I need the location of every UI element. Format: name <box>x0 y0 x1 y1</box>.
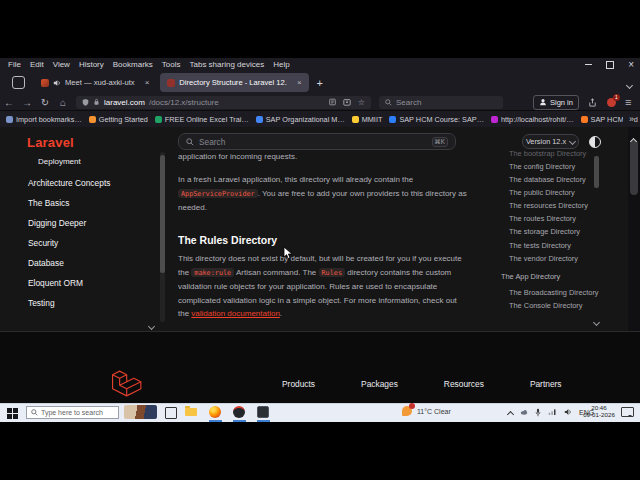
firefox-view-icon[interactable] <box>12 76 25 89</box>
restore-icon[interactable] <box>606 61 614 69</box>
sidebar-section[interactable]: Security <box>28 233 158 253</box>
firefox-icon[interactable] <box>209 406 221 418</box>
url-bar[interactable]: laravel.com/docs/12.x/structure ☆ <box>76 96 371 109</box>
footer-link[interactable]: Packages <box>361 379 398 389</box>
footer-link[interactable]: Partners <box>530 379 562 389</box>
save-to-pocket-icon[interactable] <box>343 98 351 106</box>
forward-button[interactable]: → <box>18 97 36 108</box>
sidebar-item-deployment[interactable]: Deployment <box>38 157 81 166</box>
search-field[interactable]: Search <box>379 96 503 109</box>
theme-toggle-icon[interactable] <box>589 136 601 148</box>
volume-icon[interactable] <box>564 408 572 416</box>
taskbar-search-input[interactable]: Type here to search <box>26 406 119 419</box>
version-dropdown[interactable]: Version 12.x <box>522 134 579 149</box>
toc-item[interactable]: The config Directory <box>509 160 619 173</box>
bookmarks-overflow-icon[interactable]: » <box>623 111 634 127</box>
reload-button[interactable]: ↻ <box>36 97 54 108</box>
share-icon[interactable] <box>588 98 597 107</box>
search-icon <box>385 99 392 106</box>
microphone-icon[interactable] <box>535 408 541 417</box>
list-all-tabs-icon[interactable] <box>627 74 632 92</box>
back-button[interactable]: ← <box>0 97 18 108</box>
scroll-up-icon[interactable] <box>631 130 636 148</box>
sidebar-section[interactable]: Digging Deeper <box>28 213 158 233</box>
bookmark-item[interactable]: MMIIT <box>352 115 383 124</box>
menu-item[interactable]: Tabs sharing devices <box>189 60 264 69</box>
sidebar-scrollbar-thumb[interactable] <box>160 155 165 273</box>
sidebar-section[interactable]: Database <box>28 253 158 273</box>
extension-icon[interactable]: 1 <box>607 98 616 107</box>
menu-item[interactable]: Edit <box>30 60 44 69</box>
menu-item[interactable]: History <box>79 60 104 69</box>
docs-search-input[interactable]: Search ⌘K <box>178 133 456 150</box>
start-button-icon[interactable] <box>7 408 18 419</box>
bookmark-item[interactable]: SAP Organizational M… <box>256 115 345 124</box>
toc-item[interactable]: The public Directory <box>509 186 619 199</box>
bookmark-star-icon[interactable]: ☆ <box>358 98 365 107</box>
tab-title[interactable]: Meet — xud-axki-utx <box>65 78 135 87</box>
weather-text[interactable]: 11°C Clear <box>417 408 451 415</box>
footer-link[interactable]: Products <box>282 379 315 389</box>
tab-audio-icon[interactable] <box>53 79 61 87</box>
pinned-app-icon[interactable] <box>257 406 269 418</box>
menu-item[interactable]: Help <box>273 60 289 69</box>
news-interests-icon[interactable] <box>124 405 157 419</box>
tab-close-icon[interactable]: × <box>145 78 150 87</box>
weather-icon[interactable] <box>402 406 412 416</box>
toc-scrollbar-thumb[interactable] <box>594 156 599 188</box>
close-icon[interactable]: × <box>628 60 634 70</box>
bookmark-item[interactable]: Getting Started <box>89 115 148 124</box>
minimize-icon[interactable] <box>585 64 592 65</box>
laravel-favicon <box>167 79 175 87</box>
bookmark-item[interactable]: Import bookmarks… <box>6 115 82 124</box>
file-explorer-icon[interactable] <box>185 408 197 416</box>
toc-section-header[interactable]: The App Directory <box>501 272 560 281</box>
sidebar-section[interactable]: Eloquent ORM <box>28 273 158 293</box>
hidden-icons-chevron-icon[interactable] <box>508 403 513 421</box>
home-button[interactable]: ⌂ <box>54 97 72 108</box>
onedrive-icon[interactable] <box>520 408 528 416</box>
tab-close-icon[interactable]: × <box>297 78 302 87</box>
toc-item[interactable]: The resources Directory <box>509 199 619 212</box>
shield-icon[interactable] <box>82 98 89 107</box>
sidebar-section[interactable]: The Basics <box>28 193 158 213</box>
sign-in-label: Sign in <box>550 98 573 107</box>
menu-item[interactable]: Tools <box>162 60 181 69</box>
action-center-icon[interactable] <box>621 407 634 417</box>
laravel-logo[interactable] <box>103 369 149 398</box>
toc-item[interactable]: The routes Directory <box>509 212 619 225</box>
toc-item[interactable]: The Console Directory <box>509 299 624 312</box>
toc-item[interactable]: The vendor Directory <box>509 252 619 265</box>
sidebar-section[interactable]: Testing <box>28 293 158 313</box>
menu-item[interactable]: View <box>53 60 70 69</box>
toc-item[interactable]: The tests Directory <box>509 239 619 252</box>
hamburger-menu-icon[interactable]: ≡ <box>625 96 631 108</box>
menu-item[interactable]: Bookmarks <box>113 60 153 69</box>
pinned-app-icon[interactable] <box>233 406 245 418</box>
toc-item[interactable]: The database Directory <box>509 173 619 186</box>
taskbar-clock[interactable]: 20:46 09-01-2026 <box>582 404 616 418</box>
network-icon[interactable] <box>548 408 557 416</box>
laravel-wordmark[interactable]: Laravel <box>27 135 74 150</box>
tab-title[interactable]: Directory Structure - Laravel 12. <box>179 78 287 87</box>
validation-docs-link[interactable]: validation documentation <box>191 309 280 318</box>
page-scrollbar-thumb[interactable] <box>630 140 638 195</box>
bookmark-item[interactable]: FREE Online Excel Trai… <box>155 115 249 124</box>
search-icon <box>186 138 194 146</box>
sign-in-button[interactable]: Sign in <box>533 95 579 110</box>
lock-icon[interactable] <box>93 98 100 106</box>
toc-item[interactable]: The storage Directory <box>509 225 619 238</box>
bookmark-item[interactable]: http://localhost/rohit/… <box>491 115 574 124</box>
footer-link[interactable]: Resources <box>444 379 484 389</box>
reader-view-icon[interactable] <box>329 98 336 106</box>
toc-more-chevron-icon[interactable] <box>594 311 599 329</box>
toc-item[interactable]: The Broadcasting Directory <box>509 286 624 299</box>
menu-item[interactable]: File <box>8 60 21 69</box>
tab-meet[interactable]: Meet — xud-axki-utx × <box>34 73 156 92</box>
task-view-icon[interactable] <box>165 407 177 419</box>
sidebar-section[interactable]: Architecture Concepts <box>28 173 158 193</box>
tab-laravel-docs[interactable]: Directory Structure - Laravel 12. × <box>160 73 308 92</box>
toc-item-clipped[interactable]: The bootstrap Directory <box>509 149 586 158</box>
bookmark-item[interactable]: SAP HCM Course: SAP… <box>389 115 484 124</box>
new-tab-button[interactable]: + <box>317 77 323 89</box>
